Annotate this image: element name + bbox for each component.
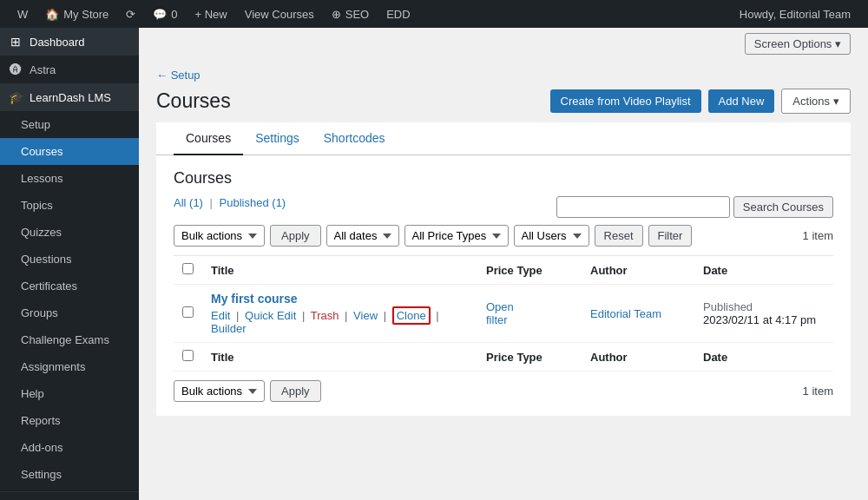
tab-settings-label: Settings [255,131,299,145]
row-checkbox[interactable] [182,306,194,318]
tab-settings[interactable]: Settings [243,122,312,155]
sidebar-item-lessons[interactable]: Lessons [0,165,139,192]
create-from-playlist-button[interactable]: Create from Video Playlist [550,89,701,113]
apply-button-bottom[interactable]: Apply [270,380,321,402]
price-type-filter-link[interactable]: filter [486,313,508,326]
view-action-link[interactable]: View [353,309,378,322]
bulk-actions-select-bottom[interactable]: Bulk actions [174,380,265,402]
sidebar-item-assignments[interactable]: Assignments [0,353,139,380]
select-all-footer-checkbox[interactable] [182,350,194,361]
site-name-item[interactable]: 🏠 My Store [36,0,117,28]
courses-label: Courses [21,145,62,158]
comments-item[interactable]: 💬 0 [144,0,186,28]
reset-button[interactable]: Reset [595,225,643,247]
bulk-actions-select-top[interactable]: Bulk actions [174,225,265,247]
filter-button[interactable]: Filter [648,225,693,247]
courses-table: Title Price Type Author Date My first co… [174,255,833,372]
date-value-label: 2023/02/11 at 4:17 pm [703,313,816,326]
table-header-author[interactable]: Author [582,256,694,285]
clone-action-link[interactable]: Clone [392,306,431,325]
author-link[interactable]: Editorial Team [590,307,661,320]
sidebar-item-quizzes[interactable]: Quizzes [0,219,139,246]
price-type-open-link[interactable]: Open [486,300,514,313]
all-dates-select[interactable]: All dates [326,225,399,247]
select-all-checkbox[interactable] [182,263,194,274]
site-name-label: My Store [63,8,108,21]
sidebar-item-learndash[interactable]: 🎓 LearnDash LMS [0,83,139,111]
sidebar-divider [0,491,139,492]
filter-published-link[interactable]: Published (1) [220,196,286,209]
table-header-row: Title Price Type Author Date [174,256,833,285]
content-area: Courses All (1) | Published (1) Search C… [156,155,851,416]
comments-count: 0 [171,8,177,21]
sidebar-item-reports[interactable]: Reports [0,407,139,434]
course-title-link[interactable]: My first course [211,292,298,306]
groups-label: Groups [21,306,58,319]
all-users-select[interactable]: All Users [514,225,589,247]
apply-button-top[interactable]: Apply [270,225,321,247]
tabs-bar: Courses Settings Shortcodes [156,122,851,155]
seo-item[interactable]: ⊕ SEO [323,0,378,28]
add-new-button[interactable]: Add New [708,89,775,113]
edit-action-link[interactable]: Edit [211,309,230,322]
new-item[interactable]: + New [187,0,236,28]
main-content: Screen Options ▾ ← Setup Courses Create … [139,28,868,500]
sidebar-item-astra[interactable]: 🅐 Astra [0,56,139,83]
filter-all-link[interactable]: All (1) [174,196,203,209]
view-courses-item[interactable]: View Courses [236,0,323,28]
table-header-title[interactable]: Title [202,256,477,285]
table-header-price-type[interactable]: Price Type [477,256,582,285]
table-footer-title[interactable]: Title [202,343,477,372]
sidebar-item-courses[interactable]: Courses [0,138,139,165]
row-checkbox-cell [174,285,202,343]
page-header: ← Setup [139,60,868,82]
search-courses-input[interactable] [556,196,730,218]
sidebar-item-setup[interactable]: Setup [0,111,139,138]
tab-shortcodes[interactable]: Shortcodes [312,122,398,155]
table-header-date[interactable]: Date [694,256,833,285]
admin-bar: W 🏠 My Store ⟳ 💬 0 + New View Courses ⊕ … [0,0,868,28]
edd-item[interactable]: EDD [378,0,418,28]
table-footer-price-type[interactable]: Price Type [477,343,582,372]
sidebar-item-groups[interactable]: Groups [0,299,139,326]
customize-icon: ⟳ [126,8,135,21]
view-courses-label: View Courses [245,8,314,21]
screen-options-button[interactable]: Screen Options ▾ [745,33,851,55]
table-footer-date[interactable]: Date [694,343,833,372]
filter-links: All (1) | Published (1) [174,196,286,209]
sidebar-item-topics[interactable]: Topics [0,192,139,219]
sidebar-item-posts[interactable]: 📝 Posts [0,496,139,500]
edd-label: EDD [386,8,410,21]
setup-label: Setup [21,118,50,131]
help-label: Help [21,387,44,400]
actions-dropdown-button[interactable]: Actions ▾ [781,89,851,114]
all-price-types-select[interactable]: All Price Types [404,225,509,247]
page-title: Courses [156,89,231,113]
row-price-type-cell: Open filter [477,285,582,343]
sidebar-item-dashboard[interactable]: ⊞ Dashboard [0,28,139,56]
sidebar-item-add-ons[interactable]: Add-ons [0,434,139,461]
customize-item[interactable]: ⟳ [117,0,144,28]
challenge-exams-label: Challenge Exams [21,333,109,346]
breadcrumb[interactable]: ← Setup [156,69,851,82]
table-row: My first course Edit | Quick Edit | Tras… [174,285,833,343]
quick-edit-action-link[interactable]: Quick Edit [245,309,296,322]
sidebar-item-settings[interactable]: Settings [0,461,139,488]
builder-action-link[interactable]: Builder [211,322,246,335]
sidebar-item-certificates[interactable]: Certificates [0,273,139,299]
wp-logo-item[interactable]: W [9,0,36,28]
tab-courses[interactable]: Courses [174,122,243,155]
sidebar: ⊞ Dashboard 🅐 Astra 🎓 LearnDash LMS Setu… [0,28,139,500]
title-actions: Create from Video Playlist Add New Actio… [550,89,851,114]
assignments-label: Assignments [21,360,85,373]
breadcrumb-label: Setup [171,69,201,82]
wp-logo-icon: W [17,8,28,21]
search-courses-button[interactable]: Search Courses [733,196,833,218]
sidebar-item-questions[interactable]: Questions [0,246,139,273]
learndash-icon: 🎓 [9,90,23,104]
sidebar-item-challenge-exams[interactable]: Challenge Exams [0,326,139,353]
sidebar-item-help[interactable]: Help [0,380,139,407]
trash-action-link[interactable]: Trash [311,309,339,322]
table-footer-author[interactable]: Author [582,343,694,372]
screen-options-label: Screen Options [754,37,832,50]
